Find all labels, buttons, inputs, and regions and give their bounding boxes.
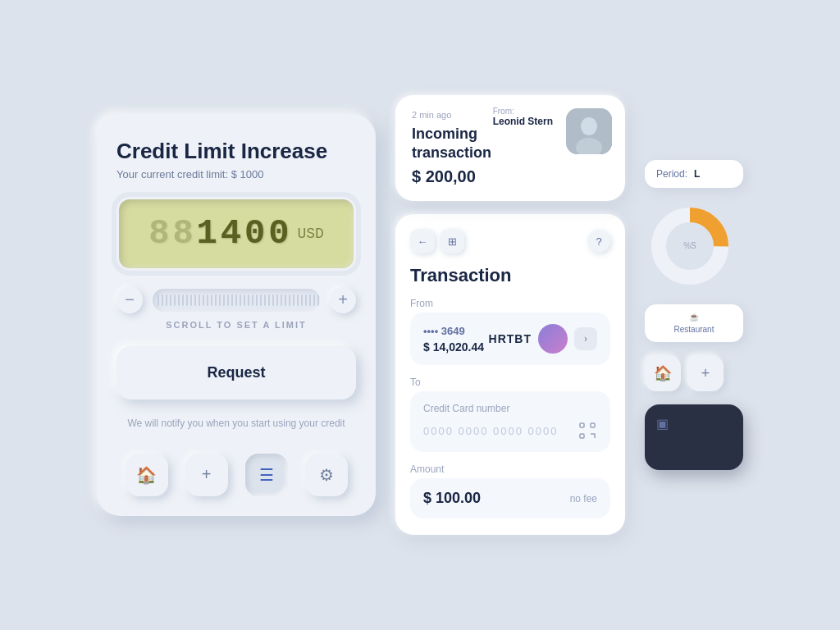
tick xyxy=(170,294,171,306)
tick xyxy=(309,294,311,306)
tick xyxy=(276,294,278,306)
amount-value: $ 100.00 xyxy=(423,490,481,507)
request-button[interactable]: Request xyxy=(116,346,356,399)
tick xyxy=(186,294,188,306)
card-logo-circle xyxy=(538,324,568,354)
lcd-currency: USD xyxy=(297,226,323,242)
notify-text: We will notify you when you start using … xyxy=(116,416,356,431)
settings-nav-button[interactable]: ⚙ xyxy=(305,454,348,496)
tick xyxy=(199,294,200,306)
cc-input-row: 0000 0000 0000 0000 xyxy=(423,421,597,441)
tick xyxy=(166,294,167,306)
tick xyxy=(268,294,270,306)
slider-track[interactable] xyxy=(153,289,320,312)
tick xyxy=(207,294,208,306)
scan-icon[interactable] xyxy=(578,421,597,441)
donut-chart: %S xyxy=(645,201,735,291)
tick xyxy=(227,294,229,306)
incoming-transaction-card: 2 min ago From: Leonid Stern Incoming tr… xyxy=(395,95,625,202)
tick xyxy=(301,294,303,306)
tick xyxy=(297,294,299,306)
back-button[interactable]: ← xyxy=(410,229,435,253)
tick xyxy=(174,294,176,306)
add-mini-button[interactable]: + xyxy=(687,355,724,391)
right-section: Period: L %S ☕ Restaurant 🏠 + ▣ xyxy=(645,160,743,470)
tick xyxy=(260,294,262,306)
tick xyxy=(281,294,282,306)
tick xyxy=(272,294,274,306)
svg-text:%S: %S xyxy=(683,241,696,250)
minus-button[interactable]: − xyxy=(116,287,143,313)
card-title: Credit Limit Increase xyxy=(116,139,356,164)
card-subtitle: Your current credit limit: $ 1000 xyxy=(116,168,356,180)
restaurant-card: ☕ Restaurant xyxy=(645,304,743,342)
plus-icon: + xyxy=(202,465,212,484)
restaurant-icon: ☕ xyxy=(689,313,699,322)
tick xyxy=(203,294,204,306)
tick xyxy=(190,294,192,306)
avatar xyxy=(566,108,612,154)
add-nav-button[interactable]: + xyxy=(185,454,228,496)
transaction-panel: ← ⊞ ? Transaction From •••• 3649 $ 14,02… xyxy=(395,214,625,535)
panel-nav: ← ⊞ xyxy=(410,229,464,253)
card-logo-area: HRTBT › xyxy=(489,324,597,354)
tick xyxy=(235,294,237,306)
tick xyxy=(252,294,253,306)
bottom-right-row: 🏠 + xyxy=(645,355,743,391)
tick xyxy=(231,294,233,306)
slider-section: − xyxy=(116,287,356,313)
tick xyxy=(215,294,217,306)
from-card[interactable]: •••• 3649 $ 14,020.44 HRTBT › xyxy=(410,313,610,365)
tick xyxy=(182,294,184,306)
tick xyxy=(194,294,196,306)
avatar-image xyxy=(566,108,612,154)
lcd-value: 881400 xyxy=(148,214,292,253)
plus-button[interactable]: + xyxy=(330,287,356,313)
restaurant-label: Restaurant xyxy=(674,325,714,334)
cards-nav-button[interactable]: ☰ xyxy=(245,454,288,496)
no-fee-label: no fee xyxy=(570,493,597,504)
svg-rect-5 xyxy=(580,434,584,438)
panel-header: ← ⊞ ? xyxy=(410,229,610,253)
tick xyxy=(211,294,212,306)
cards-icon: ☰ xyxy=(259,465,274,485)
sender-name: Leonid Stern xyxy=(493,116,553,129)
period-label: Period: xyxy=(656,168,687,180)
tick xyxy=(317,294,319,306)
cc-label: Credit Card number xyxy=(423,403,597,414)
period-bar: Period: L xyxy=(645,160,743,188)
amount-section-wrapper: Amount $ 100.00 no fee xyxy=(410,463,610,518)
tick xyxy=(219,294,221,306)
to-section: To Credit Card number 0000 0000 0000 000… xyxy=(410,377,610,452)
tick xyxy=(223,294,225,306)
help-button[interactable]: ? xyxy=(587,230,610,253)
bottom-navigation: 🏠 + ☰ ⚙ xyxy=(116,447,356,496)
svg-rect-3 xyxy=(580,423,584,427)
credit-limit-card: Credit Limit Increase Your current credi… xyxy=(97,114,376,515)
tick xyxy=(285,294,286,306)
home-mini-button[interactable]: 🏠 xyxy=(645,355,681,391)
cc-placeholder[interactable]: 0000 0000 0000 0000 xyxy=(423,425,559,437)
tick xyxy=(289,294,290,306)
amount-row: $ 100.00 no fee xyxy=(423,490,597,507)
tick xyxy=(178,294,180,306)
tick xyxy=(305,294,307,306)
tick xyxy=(264,294,266,306)
home-mini-icon: 🏠 xyxy=(654,364,672,382)
add-mini-icon: + xyxy=(701,365,710,382)
card-balance: $ 14,020.44 xyxy=(423,340,484,354)
period-value: L xyxy=(694,168,700,180)
amount-section: $ 100.00 no fee xyxy=(410,478,610,518)
tick xyxy=(313,294,315,306)
tick xyxy=(248,294,249,306)
card-brand: HRTBT xyxy=(489,332,532,345)
tick xyxy=(256,294,258,306)
grid-button[interactable]: ⊞ xyxy=(440,229,464,253)
card-dots: •••• 3649 xyxy=(423,325,484,337)
card-arrow-icon: › xyxy=(574,327,597,350)
middle-section: 2 min ago From: Leonid Stern Incoming tr… xyxy=(395,95,625,536)
from-label: From xyxy=(410,298,610,309)
home-nav-button[interactable]: 🏠 xyxy=(126,454,168,496)
from-label-top: From: xyxy=(493,107,553,116)
scroll-label: SCROLL TO SET A LIMIT xyxy=(116,320,356,330)
